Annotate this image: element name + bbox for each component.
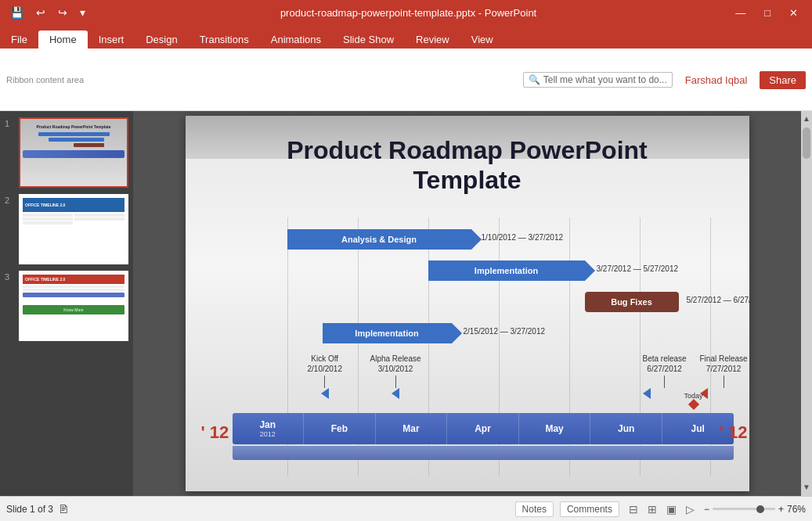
main-area: 1 Product Roadmap PowerPoint Template 2: [0, 111, 812, 496]
slide-number-2: 2: [5, 194, 16, 205]
bottom-axis-strip: [233, 446, 734, 460]
month-mar: Mar: [376, 413, 448, 444]
quick-access-dropdown[interactable]: ▾: [76, 5, 89, 20]
slide-2-content: OFFICE TIMELINE 2.0: [20, 196, 127, 263]
gantt-row-3: Bug Fixes 5/27/2012 — 6/27/2012: [585, 292, 679, 312]
beta-label: Beta release6/27/2012: [643, 354, 687, 373]
titlebar-left: 💾 ↩ ↪ ▾: [6, 5, 89, 20]
tab-animations[interactable]: Animations: [260, 31, 332, 49]
search-box[interactable]: 🔍 Tell me what you want to do...: [523, 72, 673, 88]
slide-thumb-2[interactable]: 2 OFFICE TIMELINE 2.0: [5, 194, 128, 264]
slide-thumb-1[interactable]: 1 Product Roadmap PowerPoint Template: [5, 117, 128, 188]
milestone-final: Final Release7/27/2012: [700, 354, 748, 399]
slide-image-2[interactable]: OFFICE TIMELINE 2.0: [19, 194, 128, 264]
close-button[interactable]: ✕: [781, 5, 806, 20]
slide-panel: 1 Product Roadmap PowerPoint Template 2: [0, 111, 133, 496]
ribbon: File Home Insert Design Transitions Anim…: [0, 25, 812, 111]
status-right: Notes Comments ⊟ ⊞ ▣ ▷ − + 76%: [515, 501, 806, 517]
scroll-up-arrow[interactable]: ▲: [801, 113, 812, 124]
notes-button[interactable]: Notes: [515, 501, 554, 517]
today-marker: Today: [684, 392, 703, 408]
month-apr: Apr: [447, 413, 519, 444]
undo-icon[interactable]: ↩: [32, 5, 49, 20]
slide-sorter-icon[interactable]: ⊞: [644, 501, 660, 517]
gantt-row-4: Implementation 2/15/2012 — 3/27/2012: [323, 323, 452, 343]
zoom-level: 76%: [787, 504, 806, 515]
title-bar: 💾 ↩ ↪ ▾ product-roadmap-powerpoint-templ…: [0, 0, 812, 25]
date-label-1: 1/10/2012 — 3/27/2012: [482, 233, 564, 242]
bar-implementation-1: Implementation: [428, 260, 585, 281]
minimize-button[interactable]: —: [727, 5, 753, 20]
tab-home[interactable]: Home: [38, 31, 88, 49]
normal-view-icon[interactable]: ⊟: [626, 501, 641, 517]
tab-view[interactable]: View: [460, 31, 504, 49]
milestone-beta: Beta release6/27/2012: [643, 354, 687, 399]
redo-icon[interactable]: ↪: [54, 5, 71, 20]
final-label: Final Release7/27/2012: [700, 354, 748, 373]
scroll-down-arrow[interactable]: ▼: [801, 481, 812, 493]
status-left: Slide 1 of 3 🖹: [6, 503, 69, 516]
save-icon[interactable]: 💾: [6, 5, 27, 20]
slide-image-3[interactable]: OFFICE TIMELINE 2.0 Know More: [19, 271, 128, 341]
slide-3-content: OFFICE TIMELINE 2.0 Know More: [20, 272, 127, 340]
kickoff-label: Kick Off2/10/2012: [308, 354, 343, 373]
vertical-scrollbar[interactable]: ▲ ▼: [801, 111, 812, 496]
date-label-4: 2/15/2012 — 3/27/2012: [464, 327, 546, 336]
zoom-out-icon[interactable]: −: [704, 504, 709, 515]
zoom-thumb[interactable]: [756, 505, 764, 513]
gantt-row-1: Analysis & Design 1/10/2012 — 3/27/2012: [287, 229, 471, 250]
bar-implementation-2: Implementation: [323, 323, 452, 343]
titlebar-right: — □ ✕: [727, 5, 806, 20]
month-may: May: [519, 413, 591, 444]
window-title: product-roadmap-powerpoint-template.pptx…: [89, 7, 727, 19]
slide-title-line1: Product Roadmap PowerPointTemplate: [287, 136, 647, 194]
tab-insert[interactable]: Insert: [88, 31, 135, 49]
bar-label-3: Bug Fixes: [611, 297, 652, 307]
comments-button[interactable]: Comments: [560, 501, 619, 517]
slide-number-1: 1: [5, 117, 16, 128]
today-diamond: [687, 399, 698, 410]
slide-image-1[interactable]: Product Roadmap PowerPoint Template: [19, 117, 128, 188]
tab-slideshow[interactable]: Slide Show: [332, 31, 405, 49]
milestone-kickoff: Kick Off2/10/2012: [308, 354, 343, 399]
maximize-button[interactable]: □: [756, 5, 778, 20]
ribbon-tabs: File Home Insert Design Transitions Anim…: [0, 25, 812, 49]
ribbon-content: Ribbon content area 🔍 Tell me what you w…: [0, 49, 812, 111]
milestone-alpha: Alpha Release3/10/2012: [370, 354, 421, 399]
search-placeholder: Tell me what you want to do...: [543, 74, 667, 85]
slide-icon: 🖹: [58, 503, 69, 516]
reading-view-icon[interactable]: ▣: [663, 501, 680, 517]
slide-title: Product Roadmap PowerPointTemplate: [186, 135, 749, 196]
scroll-thumb[interactable]: [803, 128, 810, 159]
zoom-slider[interactable]: [713, 508, 775, 510]
view-icons: ⊟ ⊞ ▣ ▷: [626, 501, 698, 517]
user-name: Farshad Iqbal: [685, 74, 748, 86]
status-bar: Slide 1 of 3 🖹 Notes Comments ⊟ ⊞ ▣ ▷ − …: [0, 496, 812, 521]
gantt-row-2: Implementation 3/27/2012 — 5/27/2012: [428, 260, 585, 281]
alpha-label: Alpha Release3/10/2012: [370, 354, 421, 373]
tab-review[interactable]: Review: [405, 31, 460, 49]
slide-1-content: Product Roadmap PowerPoint Template: [20, 119, 127, 186]
year-label-right: ' 12: [720, 422, 748, 443]
bar-label-2: Implementation: [475, 266, 538, 275]
bar-label-1: Analysis & Design: [341, 235, 417, 244]
month-feb: Feb: [304, 413, 376, 444]
zoom-in-icon[interactable]: +: [778, 504, 784, 515]
zoom-control: − + 76%: [704, 504, 806, 515]
bar-label-4: Implementation: [355, 329, 418, 338]
slide-thumb-3[interactable]: 3 OFFICE TIMELINE 2.0 Know More: [5, 271, 128, 341]
tab-file[interactable]: File: [0, 31, 38, 49]
month-jan: Jan 2012: [233, 413, 305, 444]
date-label-2: 3/27/2012 — 5/27/2012: [597, 264, 679, 273]
search-icon: 🔍: [529, 74, 540, 85]
tab-transitions[interactable]: Transitions: [189, 31, 260, 49]
slide-info: Slide 1 of 3: [6, 504, 53, 515]
bar-analysis-design: Analysis & Design: [287, 229, 471, 250]
canvas-area: Product Roadmap PowerPointTemplate Analy…: [133, 111, 801, 496]
month-jun: Jun: [590, 413, 662, 444]
slide-canvas: Product Roadmap PowerPointTemplate Analy…: [186, 116, 749, 491]
tab-design[interactable]: Design: [135, 31, 188, 49]
share-button[interactable]: Share: [760, 71, 806, 89]
date-label-3: 5/27/2012 — 6/27/2012: [687, 296, 749, 304]
slideshow-icon[interactable]: ▷: [683, 501, 698, 517]
